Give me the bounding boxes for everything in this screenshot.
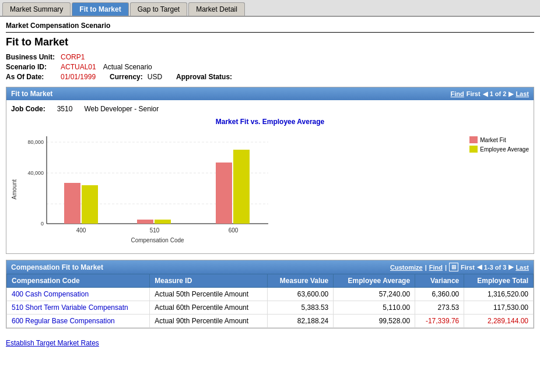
- fit-to-market-title: Fit to Market: [11, 90, 52, 98]
- cell-avg-1: 5,110.00: [334, 301, 415, 315]
- legend-employee-avg-box: [469, 146, 478, 153]
- legend-employee-avg: Employee Average: [469, 146, 529, 153]
- compensation-header: Compensation Fit to Market Customize | F…: [6, 260, 534, 274]
- legend-market-fit-label: Market Fit: [480, 137, 506, 143]
- compensation-table: Compensation Code Measure ID Measure Val…: [6, 274, 534, 328]
- fit-to-market-nav: Find First ◀ 1 of 2 ▶ Last: [451, 90, 529, 98]
- col-variance: Variance: [415, 274, 464, 288]
- bar-600-employee-avg: [233, 150, 250, 224]
- compensation-nav: Customize | Find | ⊞ First ◀ 1-3 of 3 ▶ …: [390, 263, 529, 271]
- cell-code-1[interactable]: 510 Short Term Variable Compensatn: [7, 301, 150, 315]
- cell-avg-0: 57,240.00: [334, 288, 415, 301]
- cell-value-0: 63,600.00: [267, 288, 334, 301]
- grid-icon[interactable]: ⊞: [449, 263, 458, 271]
- as-of-date-label: As Of Date:: [6, 73, 58, 81]
- customize-link[interactable]: Customize: [390, 264, 423, 271]
- svg-text:0: 0: [41, 221, 44, 227]
- cell-total-2: 2,289,144.00: [464, 315, 534, 328]
- prev-icon2[interactable]: ◀: [477, 263, 482, 271]
- col-compensation-code: Compensation Code: [7, 274, 150, 288]
- currency-value: USD: [148, 73, 162, 81]
- svg-text:510: 510: [150, 227, 160, 234]
- fit-to-market-panel: Fit to Market Find First ◀ 1 of 2 ▶ Last…: [6, 87, 534, 254]
- page-info2: 1-3 of 3: [484, 264, 507, 271]
- cell-measure-1: Actual 60th Percentile Amount: [150, 301, 267, 315]
- fit-to-market-body: Job Code: 3510 Web Developer - Senior Ma…: [6, 100, 534, 253]
- as-of-date-row: As Of Date: 01/01/1999 Currency: USD App…: [6, 73, 534, 81]
- scenario-id-row: Scenario ID: ACTUAL01 Actual Scenario: [6, 63, 534, 71]
- business-unit-value: CORP1: [61, 53, 85, 61]
- next-icon[interactable]: ▶: [509, 90, 513, 98]
- bar-510-market-fit: [137, 220, 153, 224]
- compensation-title: Compensation Fit to Market: [11, 263, 103, 271]
- chart-main: 80,000 40,000 0: [23, 130, 460, 249]
- legend-market-fit-box: [469, 136, 478, 143]
- col-measure-id: Measure ID: [150, 274, 267, 288]
- table-row: 400 Cash CompensationActual 50th Percent…: [7, 288, 534, 301]
- col-measure-value: Measure Value: [267, 274, 334, 288]
- chart-title: Market Fit vs. Employee Average: [11, 118, 529, 126]
- find-link2[interactable]: Find: [429, 264, 443, 271]
- table-row: 600 Regular Base CompensationActual 90th…: [7, 315, 534, 328]
- legend-market-fit: Market Fit: [469, 136, 529, 143]
- last-link2[interactable]: Last: [516, 264, 529, 271]
- svg-text:600: 600: [229, 227, 239, 234]
- scenario-name: Actual Scenario: [103, 63, 152, 71]
- tab-fit-to-market[interactable]: Fit to Market: [72, 2, 128, 16]
- business-unit-label: Business Unit:: [6, 53, 58, 61]
- find-link[interactable]: Find: [451, 90, 464, 97]
- bar-400-market-fit: [64, 183, 80, 224]
- svg-text:400: 400: [76, 227, 86, 234]
- cell-measure-0: Actual 50th Percentile Amount: [150, 288, 267, 301]
- bar-510-employee-avg: [155, 220, 171, 224]
- table-body: 400 Cash CompensationActual 50th Percent…: [7, 288, 534, 328]
- bar-600-market-fit: [216, 163, 232, 224]
- tabs-bar: Market SummaryFit to MarketGap to Target…: [0, 0, 540, 17]
- info-grid: Business Unit: CORP1 Scenario ID: ACTUAL…: [6, 53, 534, 81]
- establish-link[interactable]: Establish Target Market Rates: [6, 339, 99, 347]
- first-label: First: [467, 90, 481, 97]
- table-row: 510 Short Term Variable CompensatnActual…: [7, 301, 534, 315]
- next-icon2[interactable]: ▶: [509, 263, 513, 271]
- svg-text:40,000: 40,000: [27, 170, 44, 176]
- currency-label: Currency:: [110, 73, 143, 81]
- chart-area: Amount 80,000 40,000 0: [11, 130, 529, 249]
- chart-svg: 80,000 40,000 0: [23, 130, 460, 247]
- job-code-row: Job Code: 3510 Web Developer - Senior: [11, 105, 529, 113]
- first-label2: First: [461, 264, 475, 271]
- chart-legend: Market Fit Employee Average: [469, 136, 529, 153]
- col-employee-total: Employee Total: [464, 274, 534, 288]
- cell-variance-2: -17,339.76: [415, 315, 464, 328]
- col-employee-average: Employee Average: [334, 274, 415, 288]
- page-header: Market Compensation Scenario: [6, 22, 534, 33]
- cell-measure-2: Actual 90th Percentile Amount: [150, 315, 267, 328]
- approval-status-label: Approval Status:: [176, 73, 232, 81]
- cell-value-2: 82,188.24: [267, 315, 334, 328]
- cell-total-1: 117,530.00: [464, 301, 534, 315]
- tab-market-summary[interactable]: Market Summary: [2, 2, 71, 16]
- last-link[interactable]: Last: [516, 90, 529, 97]
- compensation-panel: Compensation Fit to Market Customize | F…: [6, 260, 534, 329]
- page-content: Market Compensation Scenario Fit to Mark…: [0, 17, 540, 352]
- as-of-date-value: 01/01/1999: [61, 73, 96, 81]
- tab-market-detail[interactable]: Market Detail: [188, 2, 245, 16]
- cell-code-0[interactable]: 400 Cash Compensation: [7, 288, 150, 301]
- cell-variance-1: 273.53: [415, 301, 464, 315]
- svg-text:Compensation Code: Compensation Code: [131, 237, 184, 243]
- bar-400-employee-avg: [82, 185, 98, 224]
- business-unit-row: Business Unit: CORP1: [6, 53, 534, 61]
- tab-gap-to-target[interactable]: Gap to Target: [130, 2, 188, 16]
- scenario-id-label: Scenario ID:: [6, 63, 58, 71]
- fit-to-market-header: Fit to Market Find First ◀ 1 of 2 ▶ Last: [6, 87, 534, 100]
- job-code-label: Job Code:: [11, 105, 45, 113]
- cell-value-1: 5,383.53: [267, 301, 334, 315]
- scenario-id-value: ACTUAL01: [61, 63, 96, 71]
- cell-code-2[interactable]: 600 Regular Base Compensation: [7, 315, 150, 328]
- page-info: 1 of 2: [490, 90, 507, 97]
- chart-y-label: Amount: [11, 179, 17, 199]
- cell-avg-2: 99,528.00: [334, 315, 415, 328]
- legend-employee-avg-label: Employee Average: [480, 146, 529, 153]
- prev-icon[interactable]: ◀: [483, 90, 488, 98]
- job-code-value: 3510: [57, 105, 73, 113]
- page-main-title: Fit to Market: [6, 36, 534, 48]
